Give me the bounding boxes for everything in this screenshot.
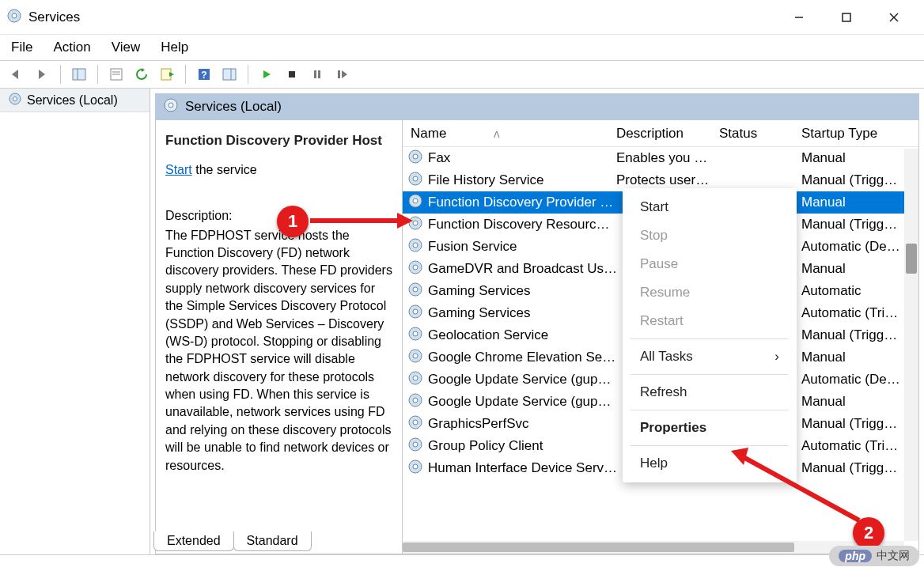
svg-point-49 (413, 354, 418, 358)
service-startup: Automatic (Tri… (798, 305, 918, 321)
annotation-arrow-1 (310, 211, 413, 230)
stop-service-button[interactable] (282, 64, 302, 85)
view-tabs: Extended Standard (153, 531, 311, 551)
menubar: File Action View Help (0, 35, 924, 60)
refresh-button[interactable] (131, 64, 152, 85)
tab-extended[interactable]: Extended (153, 531, 234, 551)
svg-point-1 (12, 13, 17, 18)
service-row[interactable]: FaxEnables you …Manual (403, 147, 918, 169)
start-service-button[interactable] (256, 64, 277, 85)
context-menu-label: Pause (640, 256, 678, 272)
context-menu-separator (631, 338, 789, 339)
svg-rect-22 (314, 70, 316, 78)
gear-icon (407, 414, 423, 434)
export-button[interactable] (157, 64, 177, 85)
help-button[interactable]: ? (194, 64, 214, 85)
context-menu-all-tasks[interactable]: All Tasks› (623, 342, 797, 371)
detail-start-line: Start the service (165, 161, 392, 179)
context-menu-properties[interactable]: Properties (623, 414, 797, 442)
restart-service-button[interactable] (332, 64, 353, 85)
service-name: File History Service (428, 172, 543, 188)
service-name: GameDVR and Broadcast Us… (428, 261, 616, 277)
svg-marker-6 (12, 70, 18, 79)
properties-button[interactable] (106, 64, 127, 85)
svg-point-43 (413, 287, 418, 292)
back-button[interactable] (6, 64, 27, 85)
watermark-pill: php (839, 550, 872, 562)
svg-marker-13 (142, 68, 145, 72)
service-startup: Manual (798, 261, 918, 277)
context-menu-resume: Resume (623, 278, 797, 307)
svg-marker-7 (39, 70, 45, 79)
col-startup-type[interactable]: Startup Type (798, 126, 918, 142)
svg-rect-23 (318, 70, 320, 78)
menu-help[interactable]: Help (161, 40, 188, 55)
svg-point-41 (413, 265, 418, 270)
service-name: Function Discovery Resourc… (428, 217, 610, 233)
menu-file[interactable]: File (11, 40, 32, 55)
menu-action[interactable]: Action (53, 40, 90, 55)
vertical-scrollbar[interactable] (904, 149, 918, 541)
minimize-button[interactable] (775, 0, 823, 35)
svg-marker-63 (731, 448, 748, 465)
menu-view[interactable]: View (112, 40, 141, 55)
gear-icon (163, 97, 179, 117)
description-text: The FDPHOST service hosts the Function D… (165, 227, 392, 475)
tree-root-label: Services (Local) (27, 93, 118, 108)
col-name[interactable]: Nameᐱ (403, 126, 616, 142)
forward-button[interactable] (32, 64, 52, 85)
service-name: Geolocation Service (428, 327, 548, 343)
service-name: Human Interface Device Serv… (428, 460, 616, 476)
service-startup: Manual (Trigg… (798, 327, 918, 343)
svg-line-62 (740, 456, 859, 520)
context-menu-separator (631, 374, 789, 375)
scroll-thumb-h[interactable] (403, 543, 794, 552)
show-hide-tree-button[interactable] (69, 64, 89, 85)
svg-marker-15 (169, 72, 174, 77)
service-startup: Manual (798, 394, 918, 410)
maximize-button[interactable] (823, 0, 870, 35)
service-description: Protects user… (616, 172, 719, 188)
service-name: Gaming Services (428, 305, 530, 321)
context-menu-label: Restart (640, 313, 684, 329)
svg-rect-3 (843, 13, 850, 21)
service-startup: Manual (Trigg… (798, 416, 918, 432)
service-name: Function Discovery Provider … (428, 195, 613, 210)
gear-icon (407, 282, 423, 301)
start-link[interactable]: Start (165, 163, 192, 176)
context-menu-label: Properties (640, 420, 706, 436)
svg-text:?: ? (201, 70, 206, 81)
svg-point-39 (413, 243, 418, 248)
svg-rect-8 (73, 69, 85, 80)
context-menu-start[interactable]: Start (623, 193, 797, 221)
gear-icon (8, 92, 22, 109)
gear-icon (407, 437, 423, 456)
context-menu-stop: Stop (623, 221, 797, 250)
tab-standard[interactable]: Standard (233, 531, 312, 551)
svg-point-51 (413, 376, 418, 380)
service-name: Google Update Service (gup… (428, 394, 612, 410)
svg-point-27 (13, 96, 17, 100)
context-menu-refresh[interactable]: Refresh (623, 378, 797, 407)
gear-icon (407, 370, 423, 390)
show-hide-action-pane-button[interactable] (219, 64, 240, 85)
col-status[interactable]: Status (719, 126, 798, 142)
context-menu-label: Resume (640, 285, 690, 301)
window-controls (775, 0, 918, 35)
tree-root-item[interactable]: Services (Local) (0, 89, 150, 112)
service-startup: Automatic (798, 283, 918, 299)
col-description[interactable]: Description (616, 126, 719, 142)
start-suffix: the service (192, 163, 257, 176)
sort-indicator-icon: ᐱ (494, 130, 500, 139)
context-menu-label: Help (640, 456, 668, 471)
detail-heading: Function Discovery Provider Host (165, 131, 392, 150)
close-button[interactable] (870, 0, 918, 35)
main-header-title: Services (Local) (185, 99, 282, 115)
gear-icon (407, 149, 423, 168)
detail-panel: Function Discovery Provider Host Start t… (156, 120, 403, 554)
svg-point-31 (413, 154, 418, 159)
pause-service-button[interactable] (307, 64, 328, 85)
service-name: Google Chrome Elevation Se… (428, 350, 615, 365)
annotation-arrow-2 (725, 441, 867, 528)
scroll-thumb[interactable] (906, 244, 917, 274)
